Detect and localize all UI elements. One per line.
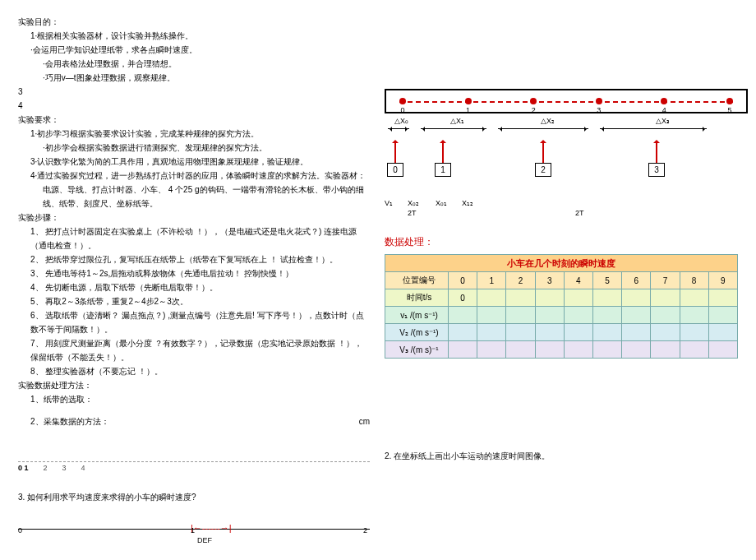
method-title: 实验数据处理方法： [18, 378, 370, 392]
step-item: 4、 先切断电源，后取下纸带（先断电后取带！）。 [18, 280, 370, 294]
col-head: 5 [592, 272, 621, 289]
arrow-icon [421, 128, 486, 129]
track-point: 1 [465, 98, 472, 104]
table-row-v2: V₂ /(m s⁻¹) [385, 324, 738, 341]
step-item: 1、 把打点计时器固定在实验桌上（不许松动 ！），（是电磁式还是电火花式？) 连… [18, 224, 370, 252]
pointer-arrow-icon [394, 141, 396, 163]
sub-2T: 2T [575, 209, 584, 217]
sub-2T: 2T [408, 209, 417, 217]
col-head: 7 [651, 272, 680, 289]
method-item: 2、采集数据的方法： [18, 414, 370, 428]
left-column: 实验目的： 1·根据相关实验器材，设计实验并熟练操作。 ·会运用已学知识处理纸带… [0, 0, 378, 560]
step-item: 5、 再取2～3条纸带，重复2～4步2～3次。 [18, 294, 370, 308]
requirement-item: 3·认识数学化繁为简的工具作用，真观地运用物理图象展现规律，验证规律。 [18, 155, 370, 169]
arrow-icon [388, 128, 409, 129]
pointer: 3 [646, 141, 667, 177]
purpose-item: 1·根据相关实验器材，设计实验并熟练操作。 [18, 29, 370, 43]
scale-tick: 2 [363, 526, 367, 535]
col-head: 8 [680, 272, 708, 289]
dx-label: △X₂ [541, 117, 555, 125]
arrow-icon [498, 128, 588, 129]
scale-def: DEF [197, 536, 212, 544]
pointer-label: 3 [648, 163, 665, 177]
purpose-title: 实验目的： [18, 15, 370, 29]
track-point: 5 [726, 98, 733, 104]
table-header: 小车在几个时刻的瞬时速度 [385, 255, 738, 272]
sub-x12: X₁₂ [462, 199, 473, 207]
sub-labels: V₁ X₀₂ X₀₁ X₁₂ 2T 2T [385, 199, 748, 220]
track-point: 2 [530, 98, 537, 104]
steps-title: 实验步骤： [18, 211, 370, 224]
purpose-item: ·会用表格法处理数据，并合理猜想。 [18, 57, 370, 71]
scale-tick: 1 [191, 526, 195, 535]
col-head: 9 [708, 272, 737, 289]
row-label: V₃ /(m s)⁻¹ [385, 341, 449, 359]
pointer-arrow-icon [656, 141, 657, 163]
pointer-label: 2 [535, 163, 551, 177]
purpose-item: ·会运用已学知识处理纸带，求各点瞬时速度。 [18, 43, 370, 57]
tape-marks: 0 1 2 3 4 [18, 461, 370, 472]
track-point: 0 [399, 98, 406, 104]
track-point: 4 [661, 98, 667, 104]
table-row-v1: v₁ /(m s⁻¹) [385, 307, 738, 324]
table-row-v3: V₃ /(m s)⁻¹ [385, 341, 738, 359]
tape-mark: 2 [44, 464, 48, 472]
unit-cm: cm [359, 417, 370, 426]
sub-x02: X₀₂ [408, 199, 419, 207]
sub-v1: V₁ [385, 199, 393, 207]
tape-mark: 4 [81, 464, 85, 472]
row-label: 时间t/s [385, 289, 449, 307]
scale-ruler: |←------→| DEF 0 1 2 [18, 529, 370, 560]
stray-number: 3 [18, 85, 370, 99]
col-head: 2 [506, 272, 535, 289]
step-item: 8、 整理实验器材（不要忘记 ！）。 [18, 364, 370, 378]
right-column: 0 1 2 3 4 5 △X₀ △X₁ △X₂ △X₃ 0 [378, 0, 756, 560]
dx-label: △X₁ [450, 117, 464, 125]
question-2: 2. 在坐标纸上画出小车运动的速度时间图像。 [385, 449, 748, 463]
step-item: 3、 先通电等待1～2s,后拖动或释放物体（先通电后拉动！ 控制快慢！） [18, 266, 370, 280]
row-label: 位置编号 [385, 272, 449, 289]
step-item: 2、 把纸带穿过限位孔，复写纸压在纸带上（纸带在下复写纸在上 ！ 试拉检查！）。 [18, 252, 370, 266]
step-item: 7、 用刻度尺测量距离（最小分度 ？有效数字？），记录数据（忠实地记录原始数据 … [18, 336, 370, 364]
scale-mark-icon: |←------→| [191, 523, 232, 533]
tape-mark: 0 1 [18, 464, 29, 472]
pointer: 0 [385, 141, 406, 177]
data-processing-title: 数据处理： [385, 235, 748, 249]
col-head: 4 [564, 272, 592, 289]
pointer-row: 0 1 2 3 [385, 141, 748, 199]
arrow-icon [600, 128, 707, 129]
pointer-arrow-icon [442, 141, 444, 163]
track-point: 3 [596, 98, 602, 104]
table-row-position: 位置编号 0 1 2 3 4 5 6 7 8 9 [385, 272, 738, 289]
cell: 0 [449, 289, 477, 307]
requirements-title: 实验要求： [18, 113, 370, 127]
requirement-item: 1·初步学习根据实验要求设计实验，完成某种规律的探究方法。 [18, 127, 370, 141]
track: 0 1 2 3 4 5 [385, 89, 748, 113]
requirement-item: ·初步学会根据实验数据进行猜测探究、发现规律的探究方法。 [18, 141, 370, 155]
question-3: 3. 如何利用求平均速度来求得的小车的瞬时速度? [18, 490, 370, 504]
method-item: 1、纸带的选取： [18, 392, 370, 406]
col-head: 6 [622, 272, 651, 289]
tape-mark: 3 [62, 464, 67, 472]
table-row-time: 时间t/s 0 [385, 289, 738, 307]
sub-x01: X₀₁ [436, 199, 447, 207]
dx-label: △X₃ [656, 117, 670, 125]
col-head: 0 [449, 272, 477, 289]
pointer: 1 [432, 141, 454, 177]
requirement-item: 4·通过实验探究过程，进一步熟练打点计时器的应用，体验瞬时速度的求解方法。实验器… [18, 169, 370, 183]
dx-label: △X₀ [394, 117, 408, 125]
track-diagram: 0 1 2 3 4 5 △X₀ △X₁ △X₂ △X₃ 0 [385, 89, 748, 220]
pointer-label: 1 [435, 163, 451, 177]
col-head: 1 [477, 272, 506, 289]
row-label: V₂ /(m s⁻¹) [385, 324, 449, 341]
stray-number: 4 [18, 99, 370, 113]
pointer: 2 [532, 141, 554, 177]
scale-tick: 0 [18, 526, 22, 535]
purpose-item: ·巧用v—t图象处理数据，观察规律。 [18, 71, 370, 85]
data-table: 小车在几个时刻的瞬时速度 位置编号 0 1 2 3 4 5 6 7 8 9 时间… [385, 254, 738, 359]
equipment-list: 电源、导线、打点计时器、小车、 4 个25 g的钩码、一端带有滑轮的长木板、带小… [18, 183, 370, 211]
row-label: v₁ /(m s⁻¹) [385, 307, 449, 324]
step-item: 6、 选取纸带（迹清晰？ 漏点拖点？) ,测量点编号（注意先后! 写下序号！），… [18, 308, 370, 336]
pointer-label: 0 [387, 163, 403, 177]
col-head: 3 [535, 272, 564, 289]
